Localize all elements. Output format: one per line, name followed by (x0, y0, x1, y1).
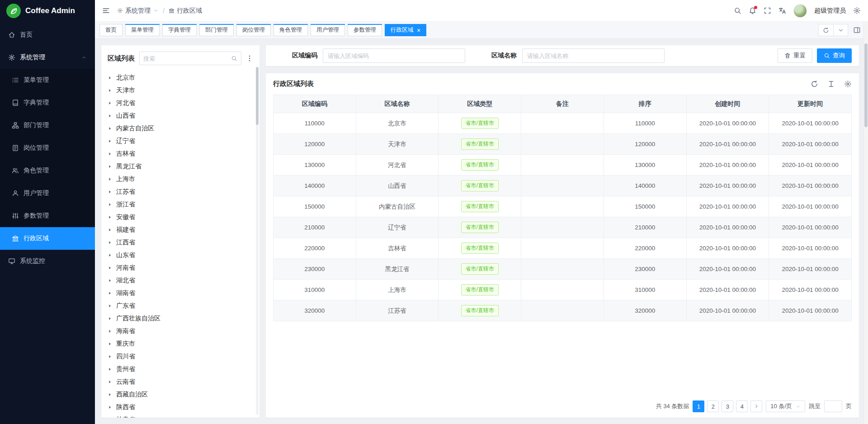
tree-item[interactable]: 黑龙江省 (101, 160, 259, 173)
sidebar-item-param[interactable]: 参数管理 (0, 205, 95, 227)
table-settings-gear-icon[interactable] (844, 80, 852, 88)
tree-item[interactable]: 河北省 (101, 97, 259, 110)
caret-right-icon[interactable] (108, 405, 112, 410)
caret-right-icon[interactable] (108, 266, 112, 270)
tab-7[interactable]: 参数管理 (348, 24, 382, 36)
tree-item[interactable]: 吉林省 (101, 148, 259, 160)
sidebar-item-user[interactable]: 用户管理 (0, 182, 95, 205)
next-page-button[interactable] (750, 400, 762, 412)
tree-scrollbar-thumb[interactable] (256, 67, 259, 125)
breadcrumb-system[interactable]: 系统管理 (117, 7, 159, 15)
caret-right-icon[interactable] (108, 253, 112, 257)
caret-right-icon[interactable] (108, 76, 112, 80)
page-1-button[interactable]: 1 (693, 400, 704, 412)
tab-0[interactable]: 首页 (99, 24, 123, 36)
caret-right-icon[interactable] (108, 114, 112, 118)
sidebar-item-menu[interactable]: 菜单管理 (0, 69, 95, 91)
caret-right-icon[interactable] (108, 278, 112, 283)
tree-item[interactable]: 山西省 (101, 110, 259, 122)
tree-item[interactable]: 西藏自治区 (101, 388, 259, 401)
page-size-select[interactable]: 10 条/页 (766, 400, 805, 412)
caret-right-icon[interactable] (108, 190, 112, 194)
sidebar-item-post[interactable]: 岗位管理 (0, 137, 95, 159)
caret-right-icon[interactable] (108, 164, 112, 169)
tree-item[interactable]: 广东省 (101, 300, 259, 312)
tree-item[interactable]: 安徽省 (101, 211, 259, 224)
tab-3[interactable]: 部门管理 (199, 24, 234, 36)
tree-item[interactable]: 上海市 (101, 173, 259, 186)
refresh-icon[interactable] (811, 80, 818, 88)
refresh-tab-button[interactable] (819, 24, 833, 36)
more-options-icon[interactable] (246, 55, 253, 62)
tab-1[interactable]: 菜单管理 (125, 24, 160, 36)
tree-item[interactable]: 云南省 (101, 376, 259, 388)
user-avatar[interactable] (793, 4, 807, 18)
tree-item[interactable]: 江西省 (101, 236, 259, 249)
search-icon[interactable] (734, 7, 741, 14)
tree-item[interactable]: 天津市 (101, 84, 259, 97)
tab-menu-button[interactable] (833, 24, 848, 36)
region-name-input[interactable] (522, 48, 665, 63)
tree-item[interactable]: 湖北省 (101, 274, 259, 287)
caret-right-icon[interactable] (108, 202, 112, 207)
tree-search-input[interactable] (143, 55, 228, 62)
page-4-button[interactable]: 4 (736, 400, 748, 412)
caret-right-icon[interactable] (108, 316, 112, 321)
layout-toggle-icon[interactable] (853, 26, 861, 34)
reset-button[interactable]: 重置 (778, 48, 812, 63)
tab-6[interactable]: 用户管理 (311, 24, 345, 36)
tree-item[interactable]: 贵州省 (101, 363, 259, 376)
tree-item[interactable]: 海南省 (101, 325, 259, 338)
caret-right-icon[interactable] (108, 139, 112, 143)
caret-right-icon[interactable] (108, 380, 112, 384)
jump-page-input[interactable] (824, 400, 842, 412)
caret-right-icon[interactable] (108, 215, 112, 219)
caret-right-icon[interactable] (108, 126, 112, 131)
tab-8[interactable]: 行政区域× (385, 24, 426, 36)
caret-right-icon[interactable] (108, 177, 112, 181)
page-scrollbar-thumb[interactable] (864, 43, 868, 127)
caret-right-icon[interactable] (108, 304, 112, 308)
tree-scrollbar[interactable] (256, 67, 259, 415)
tree-item[interactable]: 内蒙古自治区 (101, 122, 259, 135)
caret-right-icon[interactable] (108, 240, 112, 245)
tree-item[interactable]: 广西壮族自治区 (101, 312, 259, 325)
caret-right-icon[interactable] (108, 342, 112, 346)
tree-item[interactable]: 辽宁省 (101, 135, 259, 148)
sidebar-item-system[interactable]: 系统管理 (0, 46, 95, 69)
caret-right-icon[interactable] (108, 354, 112, 359)
page-3-button[interactable]: 3 (722, 400, 733, 412)
caret-right-icon[interactable] (108, 88, 112, 93)
tree-item[interactable]: 山东省 (101, 249, 259, 262)
tree-item[interactable]: 陕西省 (101, 401, 259, 414)
settings-gear-icon[interactable] (853, 7, 861, 14)
close-tab-icon[interactable]: × (417, 27, 420, 33)
tree-item[interactable]: 四川省 (101, 350, 259, 363)
caret-right-icon[interactable] (108, 228, 112, 232)
caret-right-icon[interactable] (108, 152, 112, 156)
sidebar-item-monitor[interactable]: 系统监控 (0, 250, 95, 272)
sidebar-item-dict[interactable]: 字典管理 (0, 91, 95, 114)
collapse-sidebar-icon[interactable] (102, 7, 110, 14)
region-code-input[interactable] (323, 48, 465, 63)
tab-5[interactable]: 角色管理 (274, 24, 308, 36)
sidebar-item-role[interactable]: 角色管理 (0, 159, 95, 182)
sidebar-item-home[interactable]: 首页 (0, 24, 95, 46)
search-icon[interactable] (231, 55, 237, 62)
notifications-button[interactable] (749, 7, 756, 14)
tree-item[interactable]: 江苏省 (101, 186, 259, 198)
tree-item[interactable]: 浙江省 (101, 198, 259, 211)
tab-4[interactable]: 岗位管理 (236, 24, 271, 36)
query-button[interactable]: 查询 (817, 48, 852, 63)
tree-item[interactable]: 甘肃省 (101, 414, 259, 418)
tree-item[interactable]: 河南省 (101, 262, 259, 274)
sidebar-item-region[interactable]: 行政区域 (0, 227, 95, 250)
translate-icon[interactable] (778, 7, 786, 14)
caret-right-icon[interactable] (108, 367, 112, 372)
tab-2[interactable]: 字典管理 (162, 24, 197, 36)
tree-item[interactable]: 北京市 (101, 71, 259, 84)
tree-item[interactable]: 福建省 (101, 224, 259, 236)
fullscreen-icon[interactable] (764, 7, 771, 14)
caret-right-icon[interactable] (108, 329, 112, 333)
sidebar-item-dept[interactable]: 部门管理 (0, 114, 95, 137)
